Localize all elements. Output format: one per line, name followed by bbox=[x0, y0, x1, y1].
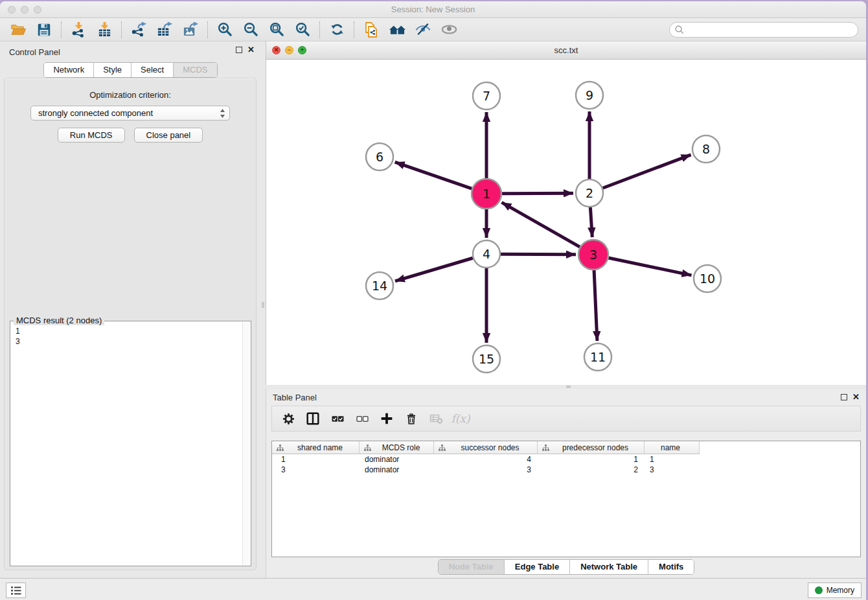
show-panels-button[interactable] bbox=[436, 19, 462, 40]
mcds-tab-content: Optimization criterion: strongly connect… bbox=[4, 78, 257, 570]
add-column-button[interactable] bbox=[378, 410, 395, 427]
close-panel-icon[interactable]: ✕ bbox=[247, 47, 255, 53]
trash-icon bbox=[405, 413, 417, 425]
node-label-2: 2 bbox=[586, 186, 593, 200]
export-network-icon bbox=[131, 21, 147, 38]
memory-button[interactable]: Memory bbox=[808, 583, 862, 598]
export-network-button[interactable] bbox=[126, 19, 152, 40]
main-area: Control Panel ✕ NetworkStyleSelectMCDS O… bbox=[0, 41, 866, 578]
delete-table-button[interactable] bbox=[428, 410, 444, 427]
cell-MCDS-role[interactable]: dominator bbox=[360, 454, 434, 465]
table-header-row: shared nameMCDS rolesuccessor nodesprede… bbox=[272, 441, 860, 454]
cell-MCDS-role[interactable]: dominator bbox=[360, 465, 434, 475]
cell-successor-nodes[interactable]: 4 bbox=[434, 454, 538, 465]
import-network-icon bbox=[71, 21, 87, 38]
status-bar: Memory bbox=[0, 578, 866, 600]
edge-2-8[interactable] bbox=[603, 155, 691, 188]
cell-shared-name[interactable]: 1 bbox=[272, 454, 360, 465]
control-panel-tab-group: NetworkStyleSelectMCDS bbox=[43, 62, 217, 78]
edge-4-14[interactable] bbox=[395, 258, 473, 281]
export-table-button[interactable] bbox=[152, 19, 177, 40]
network-view-titlebar: ✕ − + scc.txt bbox=[266, 41, 866, 60]
tab-edge-table[interactable]: Edge Table bbox=[505, 560, 570, 574]
delete-table-icon bbox=[429, 413, 443, 424]
toolbar-separator bbox=[121, 21, 122, 38]
tab-network-table[interactable]: Network Table bbox=[570, 560, 648, 574]
column-header-name[interactable]: name bbox=[645, 441, 700, 454]
splitter-grip[interactable] bbox=[566, 386, 571, 388]
edge-3-11[interactable] bbox=[594, 270, 597, 341]
select-all-rows-button[interactable] bbox=[329, 410, 346, 427]
result-scrollbar[interactable] bbox=[242, 322, 250, 565]
delete-column-button[interactable] bbox=[403, 410, 420, 427]
close-panel-button[interactable]: Close panel bbox=[134, 128, 203, 143]
cell-predecessor-nodes[interactable]: 1 bbox=[538, 454, 645, 465]
optimization-criterion-label: Optimization criterion: bbox=[5, 90, 256, 100]
tab-node-table[interactable]: Node Table bbox=[439, 560, 505, 574]
criterion-dropdown[interactable]: strongly connected component bbox=[30, 106, 230, 121]
zoom-selected-button[interactable] bbox=[290, 19, 315, 40]
column-header-MCDS-role[interactable]: MCDS role bbox=[360, 441, 434, 454]
run-mcds-button[interactable]: Run MCDS bbox=[58, 128, 125, 143]
deselect-all-rows-button[interactable] bbox=[354, 410, 371, 427]
edge-3-10[interactable] bbox=[608, 258, 691, 275]
open-folder-icon bbox=[10, 21, 27, 38]
search-box bbox=[669, 22, 858, 38]
column-header-predecessor-nodes[interactable]: predecessor nodes bbox=[538, 441, 645, 454]
search-input[interactable] bbox=[687, 25, 852, 35]
refresh-icon bbox=[329, 21, 345, 38]
node-label-7: 7 bbox=[483, 89, 490, 103]
function-builder-button[interactable]: f(x) bbox=[452, 410, 469, 427]
splitter-grip[interactable] bbox=[262, 302, 264, 308]
zoom-out-button[interactable] bbox=[238, 19, 264, 40]
zoom-fit-button[interactable] bbox=[264, 19, 290, 40]
tab-mcds[interactable]: MCDS bbox=[174, 63, 216, 77]
table-settings-button[interactable] bbox=[280, 410, 297, 427]
cell-name[interactable]: 3 bbox=[645, 465, 700, 475]
import-table-button[interactable] bbox=[91, 19, 117, 40]
vertical-splitter[interactable] bbox=[261, 41, 266, 578]
fx-icon: f(x) bbox=[451, 412, 470, 425]
cell-predecessor-nodes[interactable]: 2 bbox=[538, 465, 645, 475]
import-network-button[interactable] bbox=[65, 19, 91, 40]
tab-select[interactable]: Select bbox=[131, 63, 174, 77]
edge-1-6[interactable] bbox=[395, 162, 472, 189]
column-selector-button[interactable] bbox=[304, 410, 321, 427]
network-canvas[interactable]: 7968124314101511 bbox=[266, 60, 866, 385]
export-image-button[interactable] bbox=[177, 19, 203, 40]
task-history-button[interactable] bbox=[6, 583, 26, 598]
columns-icon bbox=[306, 412, 319, 425]
node-label-4: 4 bbox=[483, 247, 490, 261]
column-header-successor-nodes[interactable]: successor nodes bbox=[434, 441, 538, 454]
edge-3-1[interactable] bbox=[501, 202, 580, 247]
hide-panels-button[interactable] bbox=[410, 19, 436, 40]
float-panel-icon[interactable] bbox=[841, 394, 847, 400]
save-session-button[interactable] bbox=[31, 19, 57, 40]
checked-boxes-icon bbox=[332, 413, 344, 425]
edge-4-3[interactable] bbox=[501, 254, 576, 255]
close-panel-icon[interactable]: ✕ bbox=[852, 394, 860, 400]
duplicate-network-button[interactable] bbox=[358, 19, 384, 40]
zoom-in-icon bbox=[217, 21, 233, 38]
table-row[interactable]: 3dominator323 bbox=[272, 465, 860, 475]
plus-icon bbox=[380, 412, 393, 425]
tab-motifs[interactable]: Motifs bbox=[648, 560, 694, 574]
column-header-shared-name[interactable]: shared name bbox=[272, 441, 360, 454]
save-icon bbox=[36, 22, 52, 38]
tab-style[interactable]: Style bbox=[94, 63, 131, 77]
cell-successor-nodes[interactable]: 3 bbox=[434, 465, 538, 475]
float-panel-icon[interactable] bbox=[236, 47, 242, 53]
table-row[interactable]: 1dominator411 bbox=[272, 454, 860, 465]
network-graph: 7968124314101511 bbox=[266, 60, 866, 385]
table-tab-group: Node TableEdge TableNetwork TableMotifs bbox=[438, 559, 695, 575]
tab-network[interactable]: Network bbox=[44, 63, 94, 77]
session-home-button[interactable] bbox=[384, 19, 410, 40]
edge-1-2[interactable] bbox=[502, 193, 573, 194]
refresh-view-button[interactable] bbox=[324, 19, 350, 40]
edge-2-3[interactable] bbox=[590, 207, 592, 237]
duplicate-network-icon bbox=[363, 21, 380, 38]
open-file-button[interactable] bbox=[5, 19, 31, 40]
cell-name[interactable]: 1 bbox=[645, 454, 700, 465]
zoom-in-button[interactable] bbox=[212, 19, 238, 40]
cell-shared-name[interactable]: 3 bbox=[272, 465, 360, 475]
